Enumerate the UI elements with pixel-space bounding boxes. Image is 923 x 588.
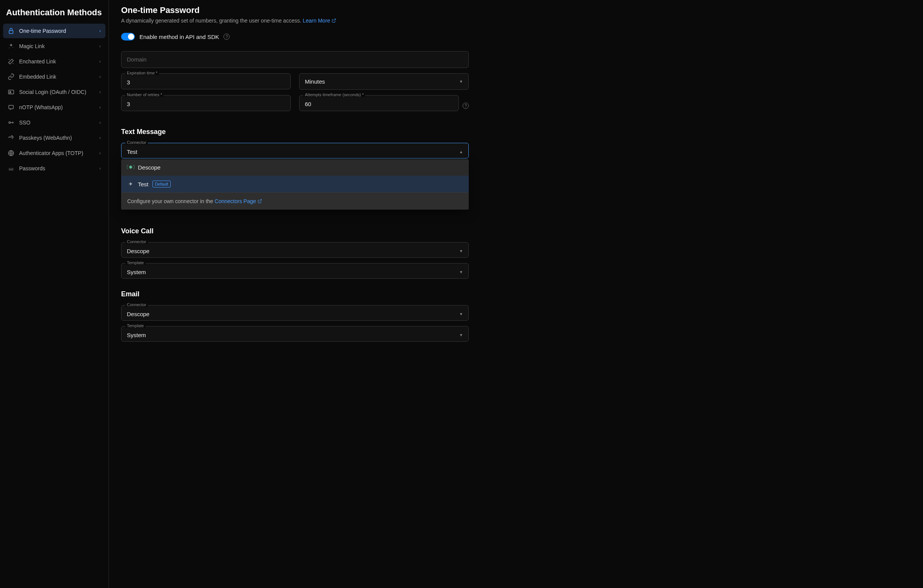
help-icon[interactable]: ?: [463, 103, 469, 109]
sidebar-item-passkeys[interactable]: Passkeys (WebAuthn) ›: [3, 131, 105, 145]
dropdown-footer: Configure your own connector in the Conn…: [121, 192, 469, 210]
email-connector-select[interactable]: Connector Descope ▼: [121, 305, 469, 321]
text-message-connector-select[interactable]: Connector Test ▲: [121, 143, 469, 159]
svg-point-9: [11, 168, 11, 169]
sidebar: Authentication Methods One-time Password…: [0, 0, 109, 588]
sidebar-item-label: nOTP (WhatsApp): [19, 104, 62, 110]
svg-point-10: [12, 168, 13, 169]
chevron-right-icon: ›: [99, 28, 101, 34]
svg-rect-11: [9, 170, 13, 170]
link-icon: [8, 73, 15, 80]
chevron-down-icon: ▼: [459, 249, 463, 253]
fingerprint-icon: [8, 134, 15, 141]
sparkle-icon: [8, 43, 15, 50]
chevron-up-icon: ▲: [459, 150, 463, 154]
help-icon[interactable]: ?: [223, 34, 230, 40]
dropdown-option-test[interactable]: ✈ Test Default: [121, 176, 469, 192]
lock-icon: [8, 28, 15, 34]
chevron-down-icon: ▼: [459, 270, 463, 274]
dropdown-option-descope[interactable]: 〔✱〕 Descope: [121, 159, 469, 176]
svg-point-1: [13, 47, 13, 48]
svg-point-6: [9, 122, 11, 124]
svg-point-2: [9, 48, 10, 49]
chevron-right-icon: ›: [99, 151, 101, 156]
expiration-time-input[interactable]: Expiration time * 3: [121, 73, 291, 89]
text-message-title: Text Message: [121, 128, 469, 136]
chevron-right-icon: ›: [99, 59, 101, 64]
email-template-select[interactable]: Template System ▼: [121, 326, 469, 342]
sidebar-item-passwords[interactable]: Passwords ›: [3, 161, 105, 176]
sidebar-item-embedded-link[interactable]: Embedded Link ›: [3, 69, 105, 84]
enable-toggle-label: Enable method in API and SDK: [140, 34, 219, 40]
sidebar-item-totp[interactable]: Authenticator Apps (TOTP) ›: [3, 146, 105, 161]
expiration-unit-select[interactable]: Minutes ▼: [299, 73, 469, 90]
test-icon: ✈: [127, 181, 134, 187]
sidebar-item-label: Passwords: [19, 165, 45, 172]
learn-more-link[interactable]: Learn More: [302, 18, 336, 24]
sidebar-item-magic-link[interactable]: Magic Link ›: [3, 39, 105, 54]
sidebar-item-notp[interactable]: nOTP (WhatsApp) ›: [3, 100, 105, 115]
svg-point-4: [10, 91, 11, 92]
connector-dropdown-menu: 〔✱〕 Descope ✈ Test Default Configure you…: [121, 159, 469, 210]
page-title: One-time Password: [121, 5, 911, 15]
chevron-right-icon: ›: [99, 89, 101, 95]
chevron-right-icon: ›: [99, 105, 101, 110]
wand-icon: [8, 58, 15, 65]
chevron-right-icon: ›: [99, 74, 101, 79]
password-icon: [8, 165, 15, 172]
voice-call-connector-select[interactable]: Connector Descope ▼: [121, 242, 469, 258]
chevron-down-icon: ▼: [459, 333, 463, 337]
enable-toggle[interactable]: [121, 33, 135, 41]
domain-input[interactable]: Domain: [121, 51, 469, 68]
sidebar-item-label: Social Login (OAuth / OIDC): [19, 89, 86, 95]
voice-call-title: Voice Call: [121, 227, 469, 235]
sidebar-item-label: SSO: [19, 120, 31, 126]
descope-icon: 〔✱〕: [127, 165, 134, 171]
sidebar-item-label: Passkeys (WebAuthn): [19, 135, 72, 141]
chevron-right-icon: ›: [99, 166, 101, 171]
globe-icon: [8, 150, 15, 157]
sidebar-item-label: Enchanted Link: [19, 59, 56, 64]
external-link-icon: [332, 18, 336, 23]
sidebar-item-label: Embedded Link: [19, 74, 56, 80]
page-description: A dynamically generated set of numbers, …: [121, 18, 911, 24]
voice-call-template-select[interactable]: Template System ▼: [121, 263, 469, 279]
sidebar-item-social-login[interactable]: Social Login (OAuth / OIDC) ›: [3, 85, 105, 99]
retries-input[interactable]: Number of retries * 3: [121, 95, 291, 111]
svg-point-8: [9, 168, 10, 169]
default-badge: Default: [153, 180, 171, 187]
chevron-right-icon: ›: [99, 120, 101, 125]
connectors-page-link[interactable]: Connectors Page: [215, 198, 262, 204]
sidebar-title: Authentication Methods: [3, 5, 105, 24]
sidebar-item-label: One-time Password: [19, 28, 66, 34]
sidebar-item-label: Authenticator Apps (TOTP): [19, 150, 83, 156]
chevron-right-icon: ›: [99, 135, 101, 141]
main-content: One-time Password A dynamically generate…: [109, 0, 923, 588]
chevron-down-icon: ▼: [459, 79, 463, 84]
sidebar-item-otp[interactable]: One-time Password ›: [3, 24, 105, 38]
svg-rect-0: [9, 31, 13, 34]
key-icon: [8, 119, 15, 126]
external-link-icon: [258, 199, 262, 203]
chevron-right-icon: ›: [99, 44, 101, 49]
enable-toggle-row: Enable method in API and SDK ?: [121, 33, 911, 41]
chevron-down-icon: ▼: [459, 312, 463, 316]
attempts-timeframe-input[interactable]: Attempts timeframe (seconds) * 60: [299, 95, 459, 111]
id-icon: [8, 88, 15, 95]
email-title: Email: [121, 290, 469, 298]
chat-icon: [8, 104, 15, 111]
sidebar-item-sso[interactable]: SSO ›: [3, 115, 105, 130]
sidebar-item-enchanted-link[interactable]: Enchanted Link ›: [3, 54, 105, 69]
sidebar-item-label: Magic Link: [19, 43, 45, 49]
svg-rect-5: [9, 105, 13, 109]
